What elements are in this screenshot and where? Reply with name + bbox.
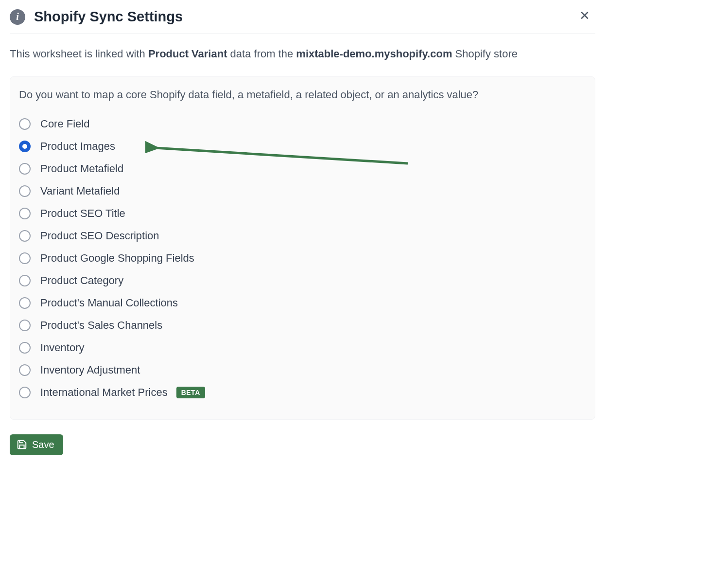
desc-store: mixtable-demo.myshopify.com: [296, 48, 452, 60]
option-label: Product Google Shopping Fields: [40, 252, 194, 265]
radio-product-seo-description[interactable]: [19, 230, 31, 242]
option-product-metafield[interactable]: Product Metafield: [19, 158, 586, 180]
radio-product-metafield[interactable]: [19, 163, 31, 175]
beta-badge: BETA: [176, 387, 205, 398]
option-sales-channels[interactable]: Product's Sales Channels: [19, 314, 586, 337]
save-button[interactable]: Save: [10, 434, 63, 455]
field-mapping-panel: Do you want to map a core Shopify data f…: [10, 76, 595, 420]
worksheet-description: This worksheet is linked with Product Va…: [10, 34, 595, 76]
option-label: Core Field: [40, 118, 89, 130]
dialog-header: i Shopify Sync Settings ✕: [10, 5, 595, 34]
radio-inventory-adjustment[interactable]: [19, 364, 31, 376]
save-icon: [17, 439, 27, 450]
option-inventory-adjustment[interactable]: Inventory Adjustment: [19, 359, 586, 381]
option-label: Product Category: [40, 274, 123, 287]
desc-data-type: Product Variant: [148, 48, 227, 60]
option-label: Product Metafield: [40, 162, 123, 175]
option-product-images[interactable]: Product Images: [19, 135, 586, 158]
info-icon: i: [10, 9, 25, 25]
radio-variant-metafield[interactable]: [19, 185, 31, 197]
option-label: Product Images: [40, 140, 115, 153]
option-label: Inventory: [40, 341, 85, 354]
option-label: Variant Metafield: [40, 185, 120, 197]
save-button-label: Save: [32, 439, 54, 450]
close-icon: ✕: [579, 9, 590, 22]
radio-google-shopping-fields[interactable]: [19, 252, 31, 264]
option-inventory[interactable]: Inventory: [19, 337, 586, 359]
radio-sales-channels[interactable]: [19, 320, 31, 331]
radio-product-seo-title[interactable]: [19, 208, 31, 219]
option-core-field[interactable]: Core Field: [19, 113, 586, 135]
mapping-question: Do you want to map a core Shopify data f…: [19, 89, 586, 101]
radio-international-market-prices[interactable]: [19, 387, 31, 398]
option-product-seo-description[interactable]: Product SEO Description: [19, 225, 586, 247]
option-label: Product SEO Description: [40, 230, 159, 242]
radio-inventory[interactable]: [19, 342, 31, 354]
option-variant-metafield[interactable]: Variant Metafield: [19, 180, 586, 202]
radio-manual-collections[interactable]: [19, 297, 31, 309]
option-product-seo-title[interactable]: Product SEO Title: [19, 202, 586, 225]
radio-product-category[interactable]: [19, 275, 31, 286]
close-button[interactable]: ✕: [578, 9, 591, 22]
radio-product-images[interactable]: [19, 141, 31, 152]
option-label: Product SEO Title: [40, 207, 125, 220]
option-manual-collections[interactable]: Product's Manual Collections: [19, 292, 586, 314]
desc-middle: data from the: [227, 48, 296, 60]
option-google-shopping-fields[interactable]: Product Google Shopping Fields: [19, 247, 586, 269]
option-label: Product's Manual Collections: [40, 297, 178, 309]
desc-suffix: Shopify store: [452, 48, 518, 60]
dialog-title: Shopify Sync Settings: [34, 9, 183, 25]
desc-prefix: This worksheet is linked with: [10, 48, 148, 60]
radio-core-field[interactable]: [19, 118, 31, 130]
option-product-category[interactable]: Product Category: [19, 269, 586, 292]
options-list: Core Field Product Images Product Metafi…: [19, 113, 586, 404]
option-label: International Market Prices: [40, 386, 168, 399]
option-label: Inventory Adjustment: [40, 364, 140, 376]
option-international-market-prices[interactable]: International Market Prices BETA: [19, 381, 586, 404]
option-label: Product's Sales Channels: [40, 319, 162, 332]
